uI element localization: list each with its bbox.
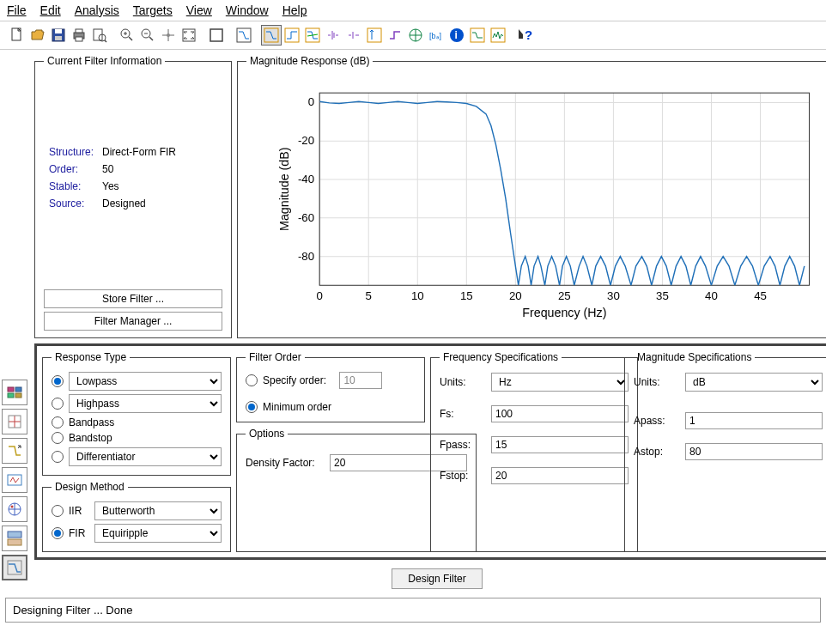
print-preview-icon[interactable] [89,25,110,46]
side-7-icon[interactable] [2,555,27,580]
svg-text:-40: -40 [298,173,314,185]
fpass-label: Fpass: [440,439,484,451]
svg-text:i: i [455,29,458,41]
side-2-icon[interactable] [2,409,27,434]
svg-rect-35 [8,387,14,392]
menu-analysis[interactable]: Analysis [75,3,119,17]
mag-units-label: Units: [634,376,678,388]
bandpass-radio[interactable] [52,416,64,428]
highpass-radio[interactable] [52,398,64,410]
specify-order-radio[interactable] [246,374,258,386]
toolbar: [bₐ] i ? [0,21,826,50]
save-icon[interactable] [48,25,69,46]
menu-view[interactable]: View [186,3,212,17]
svg-rect-18 [183,29,195,41]
filter-spec-icon[interactable] [234,25,254,46]
lowpass-radio[interactable] [52,375,64,387]
design-method-panel: Design Method IIRButterworth FIREquiripp… [42,481,231,552]
menu-targets[interactable]: Targets [133,3,173,17]
phase-delay-icon[interactable] [343,25,364,46]
fs-input[interactable] [491,405,629,422]
zoom-in-icon[interactable] [117,25,137,46]
svg-rect-36 [15,387,21,392]
side-6-icon[interactable] [2,526,27,551]
svg-text:0: 0 [308,95,314,108]
full-view-icon[interactable] [206,25,227,46]
design-filter-button[interactable]: Design Filter [392,568,482,589]
freq-spec-panel: Frequency Specifications Units:Hz Fs: Fp… [430,351,638,552]
mag-phase-icon[interactable] [302,25,323,46]
svg-text:Magnitude (dB): Magnitude (dB) [277,148,291,231]
menu-help[interactable]: Help [282,3,307,17]
side-1-icon[interactable] [2,380,27,405]
apass-input[interactable] [685,412,823,429]
menu-window[interactable]: Window [226,3,269,17]
order-label: Order: [46,161,97,177]
structure-value: Direct-Form FIR [99,144,179,160]
svg-rect-2 [55,29,62,33]
differentiator-select[interactable]: Differentiator [69,447,222,466]
pole-zero-icon[interactable] [405,25,426,46]
fpass-input[interactable] [491,436,629,453]
menu-edit[interactable]: Edit [40,3,61,17]
iir-radio[interactable] [52,505,64,517]
group-delay-icon[interactable] [323,25,343,46]
side-5-icon[interactable] [2,496,27,522]
specify-order-input [339,372,382,389]
fit-icon[interactable] [179,25,199,46]
side-4-icon[interactable] [2,467,27,493]
differentiator-radio[interactable] [52,451,64,463]
open-icon[interactable] [27,25,48,46]
coeffs-icon[interactable]: [bₐ] [426,25,446,46]
astop-label: Astop: [634,446,678,458]
pan-icon[interactable] [158,25,179,46]
filter-info-panel: Current Filter Information Structure:Dir… [34,55,232,338]
minimum-order-label: Minimum order [263,401,331,413]
menu-file[interactable]: File [7,3,27,17]
lowpass-select[interactable]: Lowpass [69,372,222,391]
noise-icon[interactable] [488,25,508,46]
phase-response-icon[interactable] [282,25,302,46]
store-filter-button[interactable]: Store Filter ... [44,289,222,308]
menu-bar: File Edit Analysis Targets View Window H… [0,0,826,21]
minimum-order-radio[interactable] [246,401,258,413]
svg-text:0: 0 [316,289,322,302]
freq-units-select[interactable]: Hz [491,373,629,392]
svg-text:15: 15 [460,289,473,302]
svg-text:40: 40 [705,289,718,302]
freq-spec-title: Frequency Specifications [440,351,562,363]
bandstop-label: Bandstop [69,432,112,444]
step-icon[interactable] [385,25,405,46]
design-grid: Response Type Lowpass Highpass Bandpass … [34,343,826,560]
astop-input[interactable] [685,443,823,460]
response-type-panel: Response Type Lowpass Highpass Bandpass … [42,351,231,476]
mag-units-select[interactable]: dB [685,373,823,392]
zoom-out-icon[interactable] [137,25,158,46]
apass-label: Apass: [634,415,678,427]
impulse-icon[interactable] [364,25,385,46]
filter-manager-button[interactable]: Filter Manager ... [44,312,222,331]
fir-radio[interactable] [52,527,64,539]
svg-text:30: 30 [607,289,620,302]
stable-value: Yes [99,179,179,194]
structure-label: Structure: [46,144,97,160]
filter-order-title: Filter Order [246,351,305,363]
svg-rect-46 [8,539,21,545]
bandstop-radio[interactable] [52,432,64,444]
stable-label: Stable: [46,179,97,194]
svg-rect-19 [210,29,222,41]
context-help-icon[interactable]: ? [515,25,536,46]
mag-est-icon[interactable] [467,25,488,46]
mag-response-icon[interactable] [261,25,282,46]
new-icon[interactable] [7,25,27,46]
fir-select[interactable]: Equiripple [94,524,222,543]
side-3-icon[interactable] [2,438,27,464]
svg-text:35: 35 [656,289,669,302]
info-icon[interactable]: i [446,25,467,46]
highpass-select[interactable]: Highpass [69,394,222,413]
iir-select[interactable]: Butterworth [94,501,222,520]
print-icon[interactable] [69,25,89,46]
source-value: Designed [99,196,179,211]
fstop-input[interactable] [491,467,629,484]
fstop-label: Fstop: [440,470,484,482]
